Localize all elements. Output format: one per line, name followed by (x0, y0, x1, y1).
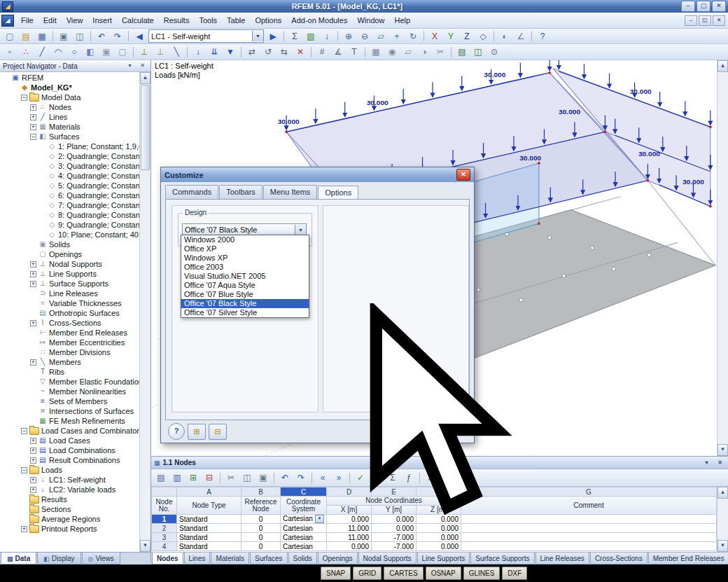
rotate-icon[interactable]: ↺ (260, 45, 276, 59)
dialog-tab-toolbars[interactable]: Toolbars (219, 185, 262, 199)
table-panel-close-icon[interactable]: ✕ (715, 458, 725, 468)
viewport-scroll-up-icon[interactable]: ▲ (718, 60, 728, 72)
view-y-icon[interactable]: Y (443, 29, 458, 43)
node-type-cell[interactable]: Standard (177, 542, 241, 551)
table-scroll-down-icon[interactable]: ▼ (718, 540, 728, 552)
view-z-icon[interactable]: Z (459, 29, 475, 43)
surface-load-icon[interactable]: ▼ (223, 45, 238, 59)
isometric-view-icon[interactable]: ◇ (475, 29, 491, 43)
zoom-window-icon[interactable]: ▱ (373, 29, 388, 43)
tree-item-lines[interactable]: +╱Lines (0, 112, 139, 122)
style-option-office-xp[interactable]: Office XP (181, 244, 309, 254)
cut-icon[interactable]: ✂ (223, 471, 239, 485)
tables-icon[interactable]: ▤ (454, 45, 470, 59)
new-member-icon[interactable]: ╲ (169, 45, 184, 59)
tree-item-1-plane-constant-1-9-64[interactable]: ◇1: Plane; Constant; 1,9,64 (0, 141, 139, 151)
mirror-icon[interactable]: ⇆ (276, 45, 292, 59)
menu-item-insert[interactable]: Insert (88, 14, 117, 27)
expand-icon[interactable]: + (30, 104, 36, 111)
new-node-icon[interactable]: ∴ (18, 45, 34, 59)
rotate-view-icon[interactable]: ↻ (405, 29, 421, 43)
navigator-scrollbar[interactable]: ▲ ▼ (139, 72, 150, 552)
dimension-icon[interactable]: ∡ (330, 45, 346, 59)
style-option-office-07-aqua-style[interactable]: Office '07 Aqua Style (181, 281, 309, 290)
tree-item-3-quadrangle-constant[interactable]: ◇3: Quadrangle; Constant; (0, 161, 139, 171)
reference-node-cell[interactable]: 0 (241, 515, 281, 524)
node-type-cell[interactable]: Standard (177, 515, 241, 524)
navigator-tab-display[interactable]: ◧Display (37, 553, 80, 564)
delete-row-icon[interactable]: ⊟ (202, 471, 217, 485)
expand-icon[interactable]: + (30, 114, 36, 120)
comment-cell[interactable] (461, 542, 717, 551)
save-icon[interactable]: ▦ (34, 29, 50, 43)
expand-icon[interactable]: + (30, 457, 36, 464)
tree-item-sections[interactable]: Sections (0, 504, 139, 514)
coordinate-y-cell[interactable]: -7.000 (372, 542, 416, 551)
comment-text-icon[interactable]: T (346, 45, 362, 59)
node-type-cell[interactable]: Standard (177, 524, 241, 533)
expand-icon[interactable]: + (30, 359, 36, 366)
clipping-icon[interactable]: ✂ (433, 45, 448, 59)
maximize-button[interactable]: ▢ (696, 1, 710, 12)
tree-item-result-combinations[interactable]: +▤Result Combinations (0, 455, 139, 465)
design-combo-dropdown-icon[interactable]: ▼ (295, 225, 306, 235)
tree-item-materials[interactable]: +▦Materials (0, 122, 139, 132)
menu-item-edit[interactable]: Edit (38, 14, 62, 27)
coordinate-system-cell[interactable]: Cartesian (281, 542, 327, 551)
grid-icon[interactable]: ▦ (368, 45, 384, 59)
coordinate-z-cell[interactable]: 0.000 (416, 524, 461, 533)
table-tab-surfaces[interactable]: Surfaces (250, 553, 287, 564)
print-icon[interactable]: ▣ (56, 29, 71, 43)
reference-node-cell[interactable]: 0 (241, 533, 281, 542)
status-glines-button[interactable]: GLINES (463, 567, 500, 580)
tree-item-variable-thicknesses[interactable]: ≈Variable Thicknesses (0, 298, 139, 308)
table-panel-menu-icon[interactable]: ▾ (701, 458, 712, 468)
tree-item-cross-sections[interactable]: +ⅠCross-Sections (0, 318, 139, 328)
menu-item-tools[interactable]: Tools (194, 14, 222, 27)
comment-cell[interactable] (461, 524, 717, 533)
zoom-in-icon[interactable]: ⊕ (341, 29, 356, 43)
mdi-minimize-button[interactable]: – (685, 15, 697, 26)
tree-item-member-nonlinearities[interactable]: ~Member Nonlinearities (0, 387, 139, 396)
insert-row-icon[interactable]: ⊞ (186, 471, 201, 485)
expand-icon[interactable]: + (30, 261, 36, 268)
expand-icon[interactable]: + (30, 281, 36, 287)
coordinate-y-cell[interactable]: -7.000 (372, 533, 416, 542)
copy-icon[interactable]: ◫ (72, 29, 88, 43)
tree-item-2-quadrangle-constant[interactable]: ◇2: Quadrangle; Constant; (0, 151, 139, 161)
style-option-office-07-black-style[interactable]: Office '07 Black Style (181, 299, 309, 308)
numbering-icon[interactable]: # (314, 45, 330, 59)
tree-item-line-supports[interactable]: +⊥Line Supports (0, 269, 139, 279)
coordinate-z-cell[interactable]: 0.000 (416, 533, 461, 542)
minimize-button[interactable]: – (681, 1, 695, 12)
style-option-windows-2000[interactable]: Windows 2000 (181, 235, 309, 244)
coordinate-system-cell[interactable]: Cartesian (281, 524, 327, 533)
tree-item-line-releases[interactable]: ⊃Line Releases (0, 289, 139, 298)
zoom-out-icon[interactable]: ⊖ (357, 29, 372, 43)
tree-item-model-data[interactable]: −Model Data (0, 92, 139, 102)
scroll-thumb[interactable] (141, 85, 150, 170)
tree-item-loads[interactable]: −Loads (0, 465, 139, 475)
menu-item-results[interactable]: Results (159, 14, 195, 27)
coordinate-z-cell[interactable]: 0.000 (416, 542, 461, 551)
style-option-visual-studio-net-2005[interactable]: Visual Studio.NET 2005 (181, 272, 309, 281)
previous-load-case-icon[interactable]: ◀ (132, 29, 147, 43)
navigator-tab-views[interactable]: ◎Views (82, 553, 120, 564)
select-icon[interactable]: ▫ (2, 45, 18, 59)
tree-item-member-eccentricities[interactable]: ↦Member Eccentricities (0, 338, 139, 347)
visibility-icon[interactable]: ◑ (416, 45, 432, 59)
tree-item-fe-mesh-refinements[interactable]: ▦FE Mesh Refinements (0, 416, 139, 426)
expand-icon[interactable]: + (30, 124, 36, 130)
scroll-down-icon[interactable]: ▼ (140, 540, 150, 552)
coordinate-x-cell[interactable]: 11.000 (327, 524, 372, 533)
export-customization-button[interactable]: ⊟ (209, 424, 227, 440)
style-option-office-07-silver-style[interactable]: Office '07 Silver Style (181, 308, 309, 317)
expand-icon[interactable]: + (30, 320, 36, 326)
work-plane-icon[interactable]: ▱ (400, 45, 416, 59)
collapse-icon[interactable]: − (21, 467, 27, 473)
model-canvas[interactable]: 30.00030.00030.00030.00030.00030.00030.0… (151, 60, 717, 456)
mdi-close-button[interactable]: ✕ (713, 15, 725, 26)
table-tab-openings[interactable]: Openings (318, 553, 358, 564)
status-dxf-button[interactable]: DXF (502, 567, 527, 580)
view-x-icon[interactable]: X (427, 29, 442, 43)
